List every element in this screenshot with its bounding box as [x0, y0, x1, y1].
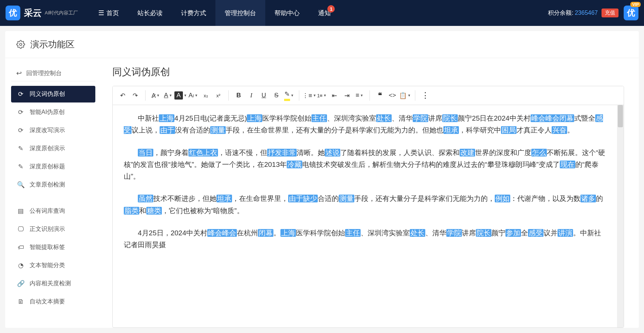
sidebar-item[interactable]: 🏷智能提取标签	[11, 239, 95, 256]
brand-logo[interactable]: 优 采云 AI时代内容工厂	[6, 6, 78, 20]
highlighted-text[interactable]: 抒发非常	[267, 149, 297, 157]
plain-text[interactable]: 合适的	[318, 195, 339, 202]
font-color-button[interactable]: A▼	[162, 89, 174, 102]
highlighted-text[interactable]: 兴奋	[552, 126, 567, 134]
plain-text[interactable]: 讲席	[462, 229, 476, 237]
sidebar-item[interactable]: ⟳同义词伪原创	[11, 86, 95, 102]
plain-text[interactable]: 才真正令人	[517, 126, 552, 134]
bullet-list-button[interactable]: ⋮≡▼	[303, 89, 316, 102]
plain-text[interactable]: 、清华	[392, 114, 413, 122]
highlighted-text[interactable]: 述说	[325, 149, 340, 157]
plain-text[interactable]: 4月25日电(记者庞无忌)	[174, 114, 247, 122]
highlighted-text[interactable]: 感受	[528, 229, 544, 237]
nav-console[interactable]: 管理控制台	[215, 0, 265, 26]
highlighted-text[interactable]: 上海	[280, 229, 296, 237]
plain-text[interactable]: 手段，还有大量分子是科学家们无能为力的，	[354, 195, 495, 202]
plain-text[interactable]: 颜宁25日在2024中关村	[458, 114, 530, 122]
plain-text[interactable]: 世界的深度和广度	[475, 149, 531, 157]
plain-text[interactable]: ，在生命世界里，	[232, 195, 288, 202]
bold-button[interactable]: B	[232, 89, 245, 102]
highlighted-text[interactable]: 现在	[560, 161, 575, 168]
sidebar-item[interactable]: ✎深度原创标题	[11, 158, 95, 175]
paste-button[interactable]: 📋▼	[399, 89, 411, 102]
strike-button[interactable]: S	[270, 89, 283, 102]
outdent-button[interactable]: ⇤	[328, 89, 341, 102]
plain-text[interactable]: 的	[596, 195, 603, 202]
sidebar-item[interactable]: ⟳深度改写演示	[11, 122, 95, 139]
highlighted-text[interactable]: 测量	[210, 126, 226, 134]
plain-text[interactable]: 医学科学院创始	[262, 114, 311, 122]
recharge-button[interactable]: 充值	[602, 9, 619, 17]
highlighted-text[interactable]: 主任	[345, 229, 361, 237]
code-button[interactable]: <>	[386, 89, 399, 102]
nav-help[interactable]: 帮助中心	[265, 0, 309, 26]
clear-format-button[interactable]: A̷▼	[149, 89, 162, 102]
indent-button[interactable]: ⇥	[341, 89, 353, 102]
nav-notify[interactable]: 通知 1	[309, 0, 340, 26]
highlighted-text[interactable]: 由于缺少	[288, 195, 318, 202]
plain-text[interactable]: 颜宁	[491, 229, 505, 237]
sidebar-item[interactable]: ✎深度原创演示	[11, 140, 95, 157]
highlighted-text[interactable]: 糖类	[146, 207, 162, 215]
highlighted-text[interactable]: 怎么	[531, 149, 547, 157]
editor-content[interactable]: 中新社上海4月25日电(记者庞无忌)上海医学科学院创始主任、深圳湾实验室处长、清…	[113, 105, 617, 327]
plain-text[interactable]: 在杭州	[237, 229, 258, 237]
plain-text[interactable]: 手段，在生命世界里，还有大量的分子是科学家们无能为力的。但她也	[226, 126, 443, 134]
plain-text[interactable]: 、深圳湾实验室	[327, 114, 376, 122]
undo-button[interactable]: ↶	[116, 89, 129, 102]
highlighted-text[interactable]: 处长	[376, 114, 392, 122]
highlighted-text[interactable]: 坦承	[443, 126, 459, 134]
plain-text[interactable]: ：代谢产物，以及为数	[510, 195, 580, 202]
editor-paragraph[interactable]: 4月25日，2024中关村峰会峰会在杭州闭幕。上海医学科学院创始主任、深圳湾实验…	[124, 227, 606, 251]
plain-text[interactable]: 议上说，	[132, 126, 160, 134]
nav-home[interactable]: ☰ 首页	[89, 0, 128, 26]
sidebar-item[interactable]: ◔文本智能分类	[11, 257, 95, 274]
highlighted-text[interactable]: 闭幕	[258, 229, 273, 237]
sidebar-item[interactable]: ⟳智能AI伪原创	[11, 104, 95, 121]
plain-text[interactable]: 讲席	[428, 114, 442, 122]
highlighted-text[interactable]: 例如	[495, 195, 510, 202]
highlighted-text[interactable]: 改建	[460, 149, 475, 157]
underline-button[interactable]: U	[258, 89, 270, 102]
highlighted-text[interactable]: 坦承	[217, 195, 232, 202]
plain-text[interactable]: 4月25日，2024中关村	[138, 229, 207, 237]
highlighted-text[interactable]: 讲演	[558, 229, 573, 237]
ordered-list-button[interactable]: 1≡▼	[316, 89, 328, 102]
plain-text[interactable]: ，它们也被称为“暗物质”。	[162, 207, 244, 215]
user-avatar[interactable]: 优 VIP	[624, 6, 638, 20]
plain-text[interactable]: 。	[567, 126, 574, 134]
plain-text[interactable]: 没有合适的	[175, 126, 210, 134]
highlighted-text[interactable]: 上海	[159, 114, 174, 122]
highlighted-text[interactable]: 由于	[160, 126, 175, 134]
plain-text[interactable]: 技术不断进步，但她	[153, 195, 217, 202]
highlighted-text[interactable]: 峰会峰会	[207, 229, 237, 237]
highlighted-text[interactable]: 当日	[138, 149, 153, 157]
plain-text[interactable]: 中新社	[138, 114, 159, 122]
more-button[interactable]: ⋮	[419, 89, 432, 102]
highlight-button[interactable]: ✎▼	[283, 89, 295, 102]
plain-text[interactable]: 全	[521, 229, 528, 237]
highlighted-text[interactable]: 学院	[413, 114, 428, 122]
plain-text[interactable]: 式暨全	[574, 114, 595, 122]
plain-text[interactable]: 、深圳湾实验室	[361, 229, 410, 237]
highlighted-text[interactable]: 处长	[410, 229, 425, 237]
align-button[interactable]: ≡▼	[353, 89, 366, 102]
plain-text[interactable]: 了随着科技的发展，人类认识、探索和	[340, 149, 460, 157]
highlighted-text[interactable]: 参加	[505, 229, 521, 237]
sidebar-item[interactable]: 🔗内容相关度检测	[11, 275, 95, 292]
highlighted-text[interactable]: 主任	[311, 114, 327, 122]
highlighted-text[interactable]: 脂类	[124, 207, 139, 215]
highlighted-text[interactable]: 冷藏	[287, 161, 302, 168]
plain-text[interactable]: 。	[273, 229, 280, 237]
highlighted-text[interactable]: 诸多	[580, 195, 596, 202]
plain-text[interactable]: 电镜技术突破发生后，解析生物大分子结构的难度从过去的“攀登珠穆朗玛峰”变成了	[302, 161, 560, 168]
plain-text[interactable]: 议并	[544, 229, 558, 237]
highlighted-text[interactable]: 红色上衣	[188, 149, 218, 157]
sidebar-item[interactable]: ▤公有词库查询	[11, 203, 95, 219]
sidebar-item[interactable]: 🗎自动文本摘要	[11, 293, 95, 310]
plain-text[interactable]: 、清华	[425, 229, 446, 237]
highlighted-text[interactable]: 峰会峰会闭幕	[531, 114, 574, 122]
plain-text[interactable]: 和	[139, 207, 146, 215]
subscript-button[interactable]: x₂	[200, 89, 212, 102]
highlighted-text[interactable]: 困局	[501, 126, 517, 134]
